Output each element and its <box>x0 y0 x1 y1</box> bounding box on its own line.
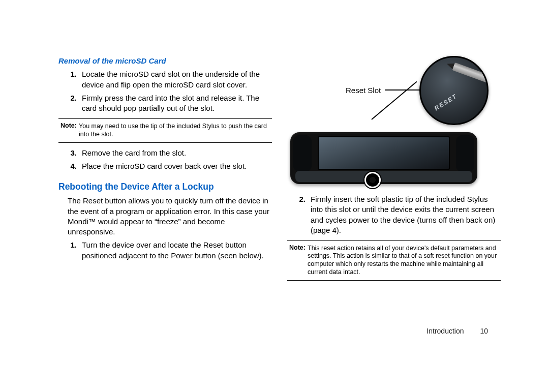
step-item: 1. Turn the device over and locate the R… <box>58 240 272 261</box>
steps-removal-b: 3. Remove the card from the slot. 4. Pla… <box>58 148 272 172</box>
note-reset-retains: Note: This reset action retains all of y… <box>287 240 501 281</box>
step-item: 2. Firmly insert the soft plastic tip of… <box>287 194 501 235</box>
step-number: 2. <box>287 194 311 235</box>
step-number: 3. <box>58 148 82 158</box>
footer-page-number: 10 <box>480 327 488 335</box>
reset-engraving-text: RESET <box>433 92 459 112</box>
page-footer: Introduction 10 <box>426 327 488 335</box>
note-label: Note: <box>60 122 77 129</box>
paragraph-rebooting-intro: The Reset button allows you to quickly t… <box>68 196 272 237</box>
note-body: This reset action retains all of your de… <box>308 245 499 277</box>
device-grip-left <box>293 135 312 172</box>
step-text: Firmly insert the soft plastic tip of th… <box>311 194 501 235</box>
step-text: Turn the device over and locate the Rese… <box>82 240 272 261</box>
footer-section: Introduction <box>426 327 464 335</box>
left-column: Removal of the microSD Card 1. Locate th… <box>58 56 272 266</box>
device-grip-right <box>456 135 474 172</box>
step-text: Remove the card from the slot. <box>82 148 272 158</box>
step-number: 1. <box>58 240 82 261</box>
step-text: Locate the microSD card slot on the unde… <box>82 69 272 90</box>
steps-rebooting-a: 1. Turn the device over and locate the R… <box>58 240 272 261</box>
reset-button-marker <box>364 172 381 188</box>
step-item: 4. Place the microSD card cover back ove… <box>58 161 272 171</box>
step-number: 2. <box>58 93 82 114</box>
heading-rebooting: Rebooting the Device After a Lockup <box>58 181 272 193</box>
note-stylus-push: Note: You may need to use the tip of the… <box>58 118 272 143</box>
step-item: 1. Locate the microSD card slot on the u… <box>58 69 272 90</box>
manual-page: Removal of the microSD Card 1. Locate th… <box>0 0 549 392</box>
device-illustration: Reset Slot RESET <box>287 56 491 188</box>
device-body <box>290 132 477 184</box>
steps-removal-a: 1. Locate the microSD card slot on the u… <box>58 69 272 113</box>
device-bottom-bar <box>295 171 472 182</box>
device-screen <box>318 136 450 170</box>
stylus-icon <box>452 63 489 83</box>
zoom-circle-reset-slot: RESET <box>419 56 489 125</box>
step-number: 4. <box>58 161 82 171</box>
steps-rebooting-b: 2. Firmly insert the soft plastic tip of… <box>287 194 501 235</box>
step-item: 2. Firmly press the card into the slot a… <box>58 93 272 114</box>
step-text: Firmly press the card into the slot and … <box>82 93 272 114</box>
right-column: Reset Slot RESET 2. Firmly insert the so… <box>287 56 501 286</box>
note-label: Note: <box>289 244 306 251</box>
step-item: 3. Remove the card from the slot. <box>58 148 272 158</box>
step-text: Place the microSD card cover back over t… <box>82 161 272 171</box>
callout-reset-slot-label: Reset Slot <box>346 85 381 96</box>
step-number: 1. <box>58 69 82 90</box>
subheading-removal-microsd: Removal of the microSD Card <box>58 56 272 66</box>
note-body: You may need to use the tip of the inclu… <box>79 123 270 138</box>
